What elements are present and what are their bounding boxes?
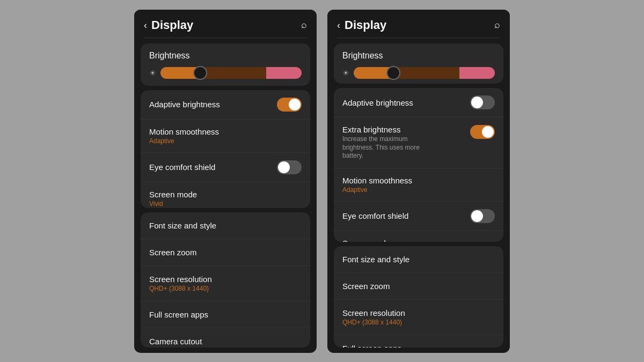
list-card-left: Font size and style Screen zoom Screen r… <box>141 212 310 347</box>
slider-thumb-right <box>387 67 399 79</box>
header-left-section: ‹ Display <box>144 18 193 32</box>
adaptive-brightness-row-right[interactable]: Adaptive brightness <box>334 88 503 117</box>
adaptive-brightness-label-left: Adaptive brightness <box>149 100 220 109</box>
full-screen-item-left[interactable]: Full screen apps <box>141 301 310 328</box>
brightness-label-left: Brightness <box>149 51 302 61</box>
motion-smoothness-row-right[interactable]: Motion smoothness Adaptive <box>334 168 503 201</box>
back-button[interactable]: ‹ <box>144 20 147 30</box>
toggle-thumb-adaptive-right <box>471 97 483 108</box>
screen-mode-text-right: Screen mode Vivid <box>342 239 390 242</box>
extra-brightness-row-right[interactable]: Extra brightness Increase the maximum br… <box>334 117 503 168</box>
motion-smoothness-row-left[interactable]: Motion smoothness Adaptive <box>141 119 310 152</box>
phone-panel-left: ‹ Display ⌕ Brightness ☀ Adaptive bright… <box>134 10 317 353</box>
motion-smoothness-sub-left: Adaptive <box>149 137 219 145</box>
phone-panel-right: ‹ Display ⌕ Brightness ☀ Adaptive bright… <box>327 10 510 353</box>
screen-mode-label-right: Screen mode <box>342 239 390 242</box>
toggle-thumb-adaptive-left <box>289 99 301 110</box>
screen-resolution-item-left[interactable]: Screen resolution QHD+ (3088 x 1440) <box>141 266 310 301</box>
extra-brightness-text-right: Extra brightness Increase the maximum br… <box>342 125 464 160</box>
screen-zoom-item-left[interactable]: Screen zoom <box>141 239 310 266</box>
adaptive-brightness-toggle-right[interactable] <box>470 95 495 109</box>
toggle-thumb-eye-right <box>471 210 483 222</box>
settings-card-right: Adaptive brightness Extra brightness Inc… <box>334 88 503 242</box>
screen-mode-row-right[interactable]: Screen mode Vivid <box>334 231 503 242</box>
screen-zoom-item-right[interactable]: Screen zoom <box>334 273 503 300</box>
eye-comfort-label-left: Eye comfort shield <box>149 162 215 172</box>
adaptive-brightness-toggle-left[interactable] <box>277 98 302 112</box>
back-button-right[interactable]: ‹ <box>337 20 340 30</box>
full-screen-item-right[interactable]: Full screen apps <box>334 335 503 347</box>
motion-smoothness-text-left: Motion smoothness Adaptive <box>149 127 219 145</box>
scroll-content-left: Brightness ☀ Adaptive brightness Motion … <box>134 38 317 353</box>
adaptive-brightness-label-right: Adaptive brightness <box>342 98 413 107</box>
adaptive-brightness-row-left[interactable]: Adaptive brightness <box>141 90 310 119</box>
brightness-slider-row-right: ☀ <box>342 67 495 79</box>
extra-brightness-desc-right: Increase the maximum brightness. This us… <box>342 135 439 160</box>
screen-resolution-label-right: Screen resolution <box>342 308 495 317</box>
extra-brightness-toggle-right[interactable] <box>470 125 495 139</box>
header-left: ‹ Display ⌕ <box>134 10 317 38</box>
eye-comfort-toggle-left[interactable] <box>277 160 302 174</box>
motion-smoothness-text-right: Motion smoothness Adaptive <box>342 176 412 194</box>
page-title-left: Display <box>151 18 193 32</box>
screen-mode-row-left[interactable]: Screen mode Vivid <box>141 182 310 209</box>
brightness-label-right: Brightness <box>342 51 495 61</box>
header-right: ‹ Display ⌕ <box>327 10 510 38</box>
extra-brightness-label-right: Extra brightness <box>342 125 464 134</box>
eye-comfort-toggle-right[interactable] <box>470 209 495 223</box>
screen-mode-text-left: Screen mode Vivid <box>149 190 197 208</box>
settings-card-left: Adaptive brightness Motion smoothness Ad… <box>141 90 310 209</box>
motion-smoothness-label-right: Motion smoothness <box>342 176 412 185</box>
motion-smoothness-label-left: Motion smoothness <box>149 127 219 136</box>
list-card-right: Font size and style Screen zoom Screen r… <box>334 246 503 347</box>
screen-resolution-label-left: Screen resolution <box>149 275 302 284</box>
screen-resolution-sub-right: QHD+ (3088 x 1440) <box>342 319 495 326</box>
screen-resolution-sub-left: QHD+ (3088 x 1440) <box>149 285 302 292</box>
screen-mode-sub-left: Vivid <box>149 200 197 208</box>
sun-icon-right: ☀ <box>342 69 349 77</box>
eye-comfort-row-left[interactable]: Eye comfort shield <box>141 152 310 182</box>
search-icon-right[interactable]: ⌕ <box>494 19 500 31</box>
scroll-content-right: Brightness ☀ Adaptive brightness Extra b… <box>327 38 510 353</box>
brightness-card-right: Brightness ☀ <box>334 43 503 84</box>
header-right-section: ‹ Display <box>337 18 386 32</box>
font-size-item-left[interactable]: Font size and style <box>141 212 310 239</box>
brightness-slider-right[interactable] <box>354 67 495 79</box>
brightness-slider-left[interactable] <box>160 67 302 79</box>
screen-resolution-item-right[interactable]: Screen resolution QHD+ (3088 x 1440) <box>334 300 503 335</box>
toggle-thumb-extra-right <box>482 126 494 138</box>
sun-icon-left: ☀ <box>149 69 156 77</box>
screen-mode-label-left: Screen mode <box>149 190 197 199</box>
slider-thumb-left <box>194 67 206 79</box>
brightness-slider-row-left: ☀ <box>149 67 302 79</box>
motion-smoothness-sub-right: Adaptive <box>342 186 412 194</box>
page-title-right: Display <box>345 18 386 32</box>
brightness-card-left: Brightness ☀ <box>141 43 310 86</box>
search-icon-left[interactable]: ⌕ <box>301 19 307 31</box>
toggle-thumb-eye-left <box>278 161 290 173</box>
camera-cutout-item-left[interactable]: Camera cutout <box>141 328 310 347</box>
eye-comfort-label-right: Eye comfort shield <box>342 211 408 220</box>
eye-comfort-row-right[interactable]: Eye comfort shield <box>334 201 503 231</box>
font-size-item-right[interactable]: Font size and style <box>334 246 503 273</box>
